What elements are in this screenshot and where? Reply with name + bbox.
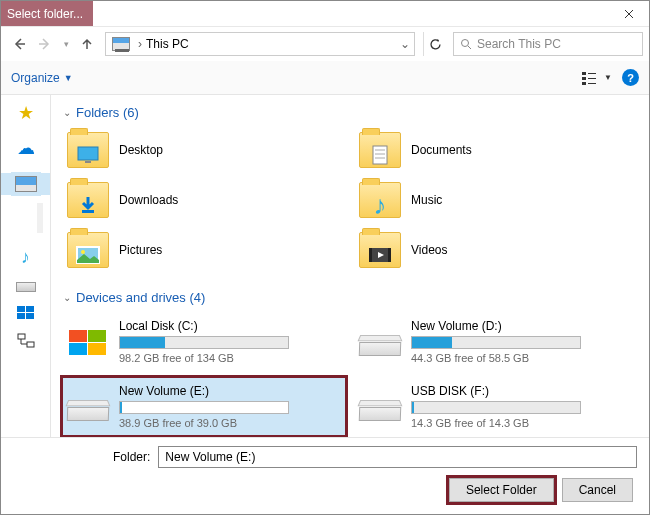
close-button[interactable] [609, 1, 649, 27]
close-icon [624, 9, 634, 19]
chevron-down-icon: ⌄ [63, 292, 71, 303]
drive-free-text: 98.2 GB free of 134 GB [119, 352, 341, 364]
svg-rect-19 [369, 248, 372, 262]
folder-pictures[interactable]: Pictures [63, 228, 345, 272]
titlebar-text: Select folder... [1, 1, 93, 26]
drive-free-text: 38.9 GB free of 39.0 GB [119, 417, 341, 429]
nav-bar: ▾ › This PC ⌄ Search This PC [1, 27, 649, 61]
recent-dropdown[interactable]: ▾ [59, 32, 73, 56]
folder-field-label: Folder: [113, 450, 150, 464]
drive-label: Local Disk (C:) [119, 319, 341, 333]
select-folder-button[interactable]: Select Folder [449, 478, 554, 502]
svg-rect-9 [78, 147, 98, 160]
svg-rect-4 [588, 73, 596, 74]
drive-usage-bar [411, 336, 581, 349]
chevron-down-icon: ▼ [64, 73, 73, 83]
drives-section-header[interactable]: ⌄ Devices and drives (4) [63, 290, 637, 305]
drive-usage-bar [119, 336, 289, 349]
up-button[interactable] [75, 32, 99, 56]
drive-free-text: 44.3 GB free of 58.5 GB [411, 352, 633, 364]
svg-rect-20 [388, 248, 391, 262]
drive-volume-d[interactable]: New Volume (D:) 44.3 GB free of 58.5 GB [355, 313, 637, 370]
sidebar-tiles-icon[interactable] [17, 306, 34, 319]
svg-rect-6 [588, 83, 596, 84]
view-options-button[interactable]: ▼ [582, 71, 612, 85]
folder-icon [359, 232, 401, 268]
svg-rect-3 [582, 82, 586, 85]
drive-free-text: 14.3 GB free of 14.3 GB [411, 417, 633, 429]
help-button[interactable]: ? [622, 69, 639, 86]
address-bar[interactable]: › This PC ⌄ [105, 32, 415, 56]
address-dropdown-icon[interactable]: ⌄ [396, 37, 414, 51]
cancel-button[interactable]: Cancel [562, 478, 633, 502]
folder-input[interactable] [158, 446, 637, 468]
drive-label: USB DISK (F:) [411, 384, 633, 398]
sidebar: ★ ☁ ♪ [1, 95, 51, 437]
folders-section-header[interactable]: ⌄ Folders (6) [63, 105, 637, 120]
svg-point-0 [462, 40, 469, 47]
folder-desktop[interactable]: Desktop [63, 128, 345, 172]
drive-icon [359, 393, 401, 421]
svg-rect-15 [82, 210, 94, 213]
drive-label: New Volume (D:) [411, 319, 633, 333]
folder-label: Downloads [119, 193, 178, 207]
folder-icon [67, 232, 109, 268]
search-placeholder: Search This PC [477, 37, 561, 51]
forward-button[interactable] [33, 32, 57, 56]
drive-volume-e[interactable]: New Volume (E:) 38.9 GB free of 39.0 GB [63, 378, 345, 435]
arrow-right-icon [37, 36, 53, 52]
drives-header-text: Devices and drives (4) [76, 290, 205, 305]
search-icon [460, 38, 472, 50]
drive-label: New Volume (E:) [119, 384, 341, 398]
drive-usage-bar [411, 401, 581, 414]
svg-rect-11 [373, 146, 387, 164]
organize-label: Organize [11, 71, 60, 85]
drive-usb-f[interactable]: USB DISK (F:) 14.3 GB free of 14.3 GB [355, 378, 637, 435]
chevron-down-icon: ⌄ [63, 107, 71, 118]
back-button[interactable] [7, 32, 31, 56]
folder-videos[interactable]: Videos [355, 228, 637, 272]
refresh-icon [429, 38, 442, 51]
sidebar-onedrive[interactable]: ☁ [17, 137, 35, 159]
svg-rect-7 [18, 334, 25, 339]
search-input[interactable]: Search This PC [453, 32, 643, 56]
chevron-down-icon: ▼ [604, 73, 612, 82]
view-icon [582, 71, 600, 85]
drive-icon [67, 393, 109, 421]
drive-local-c[interactable]: Local Disk (C:) 98.2 GB free of 134 GB [63, 313, 345, 370]
sidebar-music[interactable]: ♪ [21, 247, 30, 268]
folder-label: Music [411, 193, 442, 207]
this-pc-icon [112, 37, 130, 51]
sidebar-quick-access[interactable]: ★ [16, 103, 36, 123]
sidebar-network[interactable] [16, 333, 36, 353]
svg-point-17 [81, 250, 85, 254]
arrow-left-icon [11, 36, 27, 52]
folder-label: Pictures [119, 243, 162, 257]
svg-rect-2 [582, 77, 586, 80]
organize-menu[interactable]: Organize ▼ [11, 71, 73, 85]
arrow-up-icon [80, 37, 94, 51]
folder-downloads[interactable]: Downloads [63, 178, 345, 222]
sidebar-disk[interactable] [16, 282, 36, 292]
refresh-button[interactable] [423, 32, 447, 56]
titlebar: Select folder... [1, 1, 649, 27]
folders-header-text: Folders (6) [76, 105, 139, 120]
folder-icon [359, 132, 401, 168]
breadcrumb-separator-icon: › [138, 37, 142, 51]
sidebar-this-pc[interactable] [1, 173, 50, 195]
folder-label: Desktop [119, 143, 163, 157]
folder-music[interactable]: ♪ Music [355, 178, 637, 222]
sidebar-scrollbar[interactable] [37, 203, 43, 233]
drive-usage-bar [119, 401, 289, 414]
svg-rect-5 [588, 78, 596, 79]
svg-rect-10 [85, 161, 91, 163]
folder-documents[interactable]: Documents [355, 128, 637, 172]
pc-icon [15, 176, 37, 192]
content-pane: ⌄ Folders (6) Desktop Documents Download… [51, 95, 649, 437]
folder-icon: ♪ [359, 182, 401, 218]
os-drive-icon [67, 328, 109, 356]
breadcrumb-location: This PC [144, 37, 396, 51]
folder-label: Videos [411, 243, 447, 257]
svg-rect-8 [27, 342, 34, 347]
network-icon [16, 333, 36, 349]
